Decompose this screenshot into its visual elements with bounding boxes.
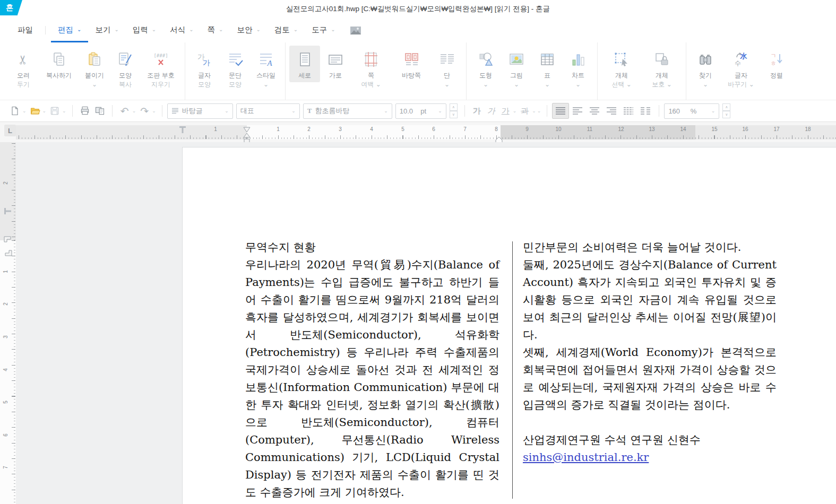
align-left-button[interactable] <box>569 103 586 119</box>
landscape-button[interactable]: 가로 <box>320 46 351 82</box>
doc-heading: 무역수지 현황 <box>245 239 499 256</box>
v-first-line-marker[interactable] <box>4 237 11 242</box>
menu-page[interactable]: 쪽⌄ <box>201 18 230 42</box>
left-indent-marker[interactable] <box>244 133 250 137</box>
align-right-button[interactable] <box>603 103 620 119</box>
chevron-down-icon: ⌄ <box>287 108 296 114</box>
zoom-spinner[interactable]: ∧∨ <box>722 103 730 118</box>
first-line-indent-marker[interactable] <box>244 127 250 132</box>
menu-format[interactable]: 서식⌄ <box>163 18 200 42</box>
spinner-down-icon[interactable]: ∨ <box>450 111 458 118</box>
copy-button[interactable]: 복사하기 <box>39 46 79 82</box>
menu-edit[interactable]: 편집⌄ <box>51 18 88 42</box>
left-margin-marker[interactable] <box>179 126 186 133</box>
bold-button[interactable]: 가 <box>470 104 484 118</box>
align-distribute-button[interactable] <box>620 103 637 119</box>
copy-icon <box>50 51 67 68</box>
chevron-down-icon[interactable]: ⌄ <box>22 108 27 114</box>
toolbar-separator <box>464 105 465 117</box>
object-select-button[interactable]: 개체선택 ⌄ <box>601 46 642 91</box>
menu-review[interactable]: 검토⌄ <box>268 18 305 42</box>
sort-button[interactable]: ㄱㅎ 정렬 <box>761 46 792 82</box>
zoom-input[interactable]: 160 %⌄ <box>664 103 719 119</box>
shapes-button[interactable]: 도형⌄ <box>470 46 501 91</box>
char-shape-button[interactable]: 가가 글자모양 <box>189 46 220 91</box>
cut-button[interactable]: ✂ 오려두기 <box>8 46 39 91</box>
outline-dropdown[interactable]: 대표⌄ <box>236 103 300 119</box>
chevron-down-icon[interactable]: ⌄ <box>537 108 541 114</box>
doc-paragraph: 민간부문의 소비여력은 더욱 늘어날 것이다. <box>523 239 777 256</box>
style-button[interactable]: A 스타일⌄ <box>251 46 281 91</box>
picture-button[interactable]: 그림⌄ <box>501 46 532 91</box>
chevron-down-icon[interactable]: ⌄ <box>62 108 66 114</box>
column-divider <box>512 241 513 499</box>
strikethrough-button[interactable]: 과 <box>518 104 532 118</box>
spinner-up-icon[interactable]: ∧ <box>450 103 458 111</box>
privacy-image-icon[interactable] <box>350 26 361 35</box>
menu-tools[interactable]: 도구⌄ <box>305 18 342 42</box>
landscape-page-icon <box>327 51 344 68</box>
find-button[interactable]: 찾기⌄ <box>690 46 721 91</box>
format-copy-button[interactable]: 모양복사 <box>110 46 141 91</box>
spinner-down-icon[interactable]: ∨ <box>722 111 730 118</box>
format-toolbar: ⌄ ⌄ ⌄ ↶⌄ ↷⌄ 바탕글⌄ 대표⌄ T 함초롬바탕⌄ 10.0 pt⌄ ∧… <box>0 100 836 122</box>
document-viewport[interactable]: 무역수지 현황 우리나라의 2020년 무역(貿易)수지(Balance of … <box>16 142 836 504</box>
print-preview-button[interactable] <box>92 103 107 118</box>
v-indent-marker[interactable] <box>5 250 12 256</box>
font-dropdown[interactable]: T 함초롬바탕⌄ <box>303 103 392 119</box>
chart-button[interactable]: 차트⌄ <box>563 46 593 91</box>
menu-input[interactable]: 입력⌄ <box>126 18 163 42</box>
chevron-down-icon[interactable]: ⌄ <box>152 108 156 114</box>
ribbon-group-objects: 도형⌄ 그림⌄ 표⌄ 차트⌄ <box>467 42 598 100</box>
underline-button[interactable]: 가 <box>498 104 513 118</box>
erase-control-codes-button[interactable]: [###] 조판 부호지우기 <box>141 46 181 91</box>
align-divide-button[interactable] <box>637 103 654 119</box>
menu-file[interactable]: 파일 <box>11 18 40 42</box>
menu-security[interactable]: 보안⌄ <box>230 18 267 42</box>
svg-text:[###]: [###] <box>153 53 168 58</box>
table-button[interactable]: 표⌄ <box>532 46 563 91</box>
save-button[interactable] <box>47 103 62 118</box>
print-preview-icon <box>94 106 105 116</box>
horizontal-ruler[interactable]: 1123456789101112131415161718 <box>16 125 836 140</box>
paste-button[interactable]: 붙이기⌄ <box>79 46 110 91</box>
font-size-input[interactable]: 10.0 pt⌄ <box>395 103 446 119</box>
undo-button[interactable]: ↶ <box>117 103 132 118</box>
toolbar-separator <box>72 105 73 117</box>
menu-view[interactable]: 보기⌄ <box>88 18 125 42</box>
document-page[interactable]: 무역수지 현황 우리나라의 2020년 무역(貿易)수지(Balance of … <box>183 147 836 504</box>
chevron-down-icon[interactable]: ⌄ <box>132 108 136 114</box>
svg-text:ㄱ: ㄱ <box>771 53 777 59</box>
replace-button[interactable]: 水수 글자바꾸기 ⌄ <box>721 46 761 91</box>
open-document-button[interactable] <box>28 103 42 118</box>
align-center-button[interactable] <box>586 103 603 119</box>
chevron-down-icon[interactable]: ⌄ <box>513 108 517 114</box>
top-margin-marker[interactable] <box>4 208 11 214</box>
ruler-corner-button[interactable]: L <box>4 125 16 136</box>
font-size-spinner[interactable]: ∧∨ <box>450 103 458 118</box>
object-protect-button[interactable]: 개체보호 ⌄ <box>642 46 682 91</box>
toolbar-separator <box>659 105 659 117</box>
portrait-button[interactable]: 세로 <box>289 46 320 82</box>
new-document-button[interactable] <box>7 103 22 118</box>
page-margin-button[interactable]: 쪽여백 ⌄ <box>351 46 391 91</box>
align-center-icon <box>589 106 600 116</box>
para-shape-button[interactable]: 문단모양 <box>220 46 251 91</box>
print-icon <box>80 106 90 116</box>
ruler-v-markers[interactable] <box>0 142 16 504</box>
email-link[interactable]: sinhs@industrial.re.kr <box>523 451 649 464</box>
chevron-down-icon[interactable]: ⌄ <box>532 108 536 114</box>
align-justify-icon <box>555 106 566 116</box>
italic-button[interactable]: 가 <box>484 104 498 118</box>
redo-button[interactable]: ↷ <box>137 103 152 118</box>
style-dropdown[interactable]: 바탕글⌄ <box>167 103 233 119</box>
master-page-button[interactable]: 바탕쪽 <box>391 46 432 82</box>
portrait-page-icon <box>296 51 313 68</box>
chevron-down-icon[interactable]: ⌄ <box>42 108 47 114</box>
columns-button[interactable]: 단⌄ <box>432 46 462 91</box>
print-button[interactable] <box>77 103 92 118</box>
vertical-ruler[interactable]: 21234567 <box>0 142 16 504</box>
align-justify-button[interactable] <box>552 103 569 119</box>
spinner-up-icon[interactable]: ∧ <box>722 103 730 111</box>
doc-paragraph: 둘째, 2025년에도 경상수지(Balance of Current Acco… <box>523 256 777 344</box>
